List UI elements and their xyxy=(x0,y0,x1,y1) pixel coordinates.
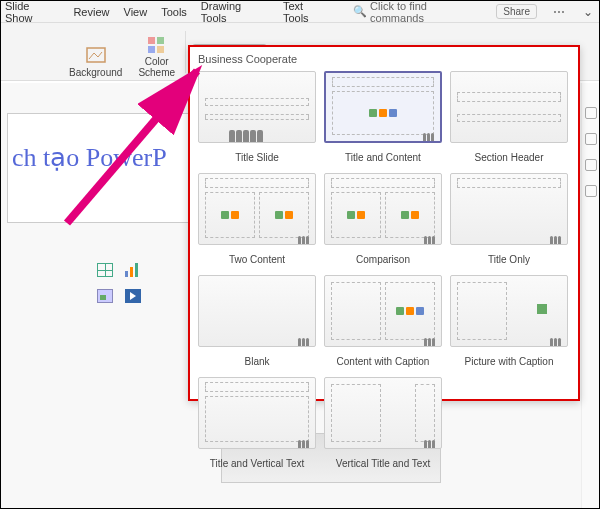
rail-icon-3[interactable] xyxy=(585,159,597,171)
layout-picture-with-caption[interactable]: Picture with Caption xyxy=(448,275,570,373)
insert-video-icon[interactable] xyxy=(125,289,141,303)
svg-rect-1 xyxy=(148,37,155,44)
layout-label-7: Content with Caption xyxy=(337,349,430,373)
menu-view[interactable]: View xyxy=(124,6,148,18)
command-finder[interactable]: 🔍 Click to find commands xyxy=(353,0,482,24)
color-scheme-icon xyxy=(147,36,167,54)
layout-title-and-content[interactable]: Title and Content xyxy=(322,71,444,169)
layout-label-2: Section Header xyxy=(475,145,544,169)
annotation-arrow xyxy=(47,63,227,245)
search-icon: 🔍 xyxy=(353,5,367,18)
layout-label-8: Picture with Caption xyxy=(465,349,554,373)
layout-comparison[interactable]: Comparison xyxy=(322,173,444,271)
menu-bar: Slide Show Review View Tools Drawing Too… xyxy=(1,1,599,23)
side-rail xyxy=(581,83,599,508)
layout-label-10: Vertical Title and Text xyxy=(336,451,430,475)
share-button[interactable]: Share xyxy=(496,4,537,19)
layout-label-1: Title and Content xyxy=(345,145,421,169)
svg-rect-3 xyxy=(148,46,155,53)
menu-slide-show[interactable]: Slide Show xyxy=(5,0,59,24)
svg-rect-2 xyxy=(157,37,164,44)
rail-icon-2[interactable] xyxy=(585,133,597,145)
menu-tools[interactable]: Tools xyxy=(161,6,187,18)
layout-label-0: Title Slide xyxy=(235,145,279,169)
menu-review[interactable]: Review xyxy=(73,6,109,18)
layout-label-5: Title Only xyxy=(488,247,530,271)
more-icon[interactable]: ⋯ xyxy=(551,5,567,19)
layout-section-header[interactable]: Section Header xyxy=(448,71,570,169)
layout-label-4: Comparison xyxy=(356,247,410,271)
insert-chart-icon[interactable] xyxy=(125,263,141,277)
content-placeholder-icons xyxy=(97,263,141,303)
rail-icon-4[interactable] xyxy=(585,185,597,197)
layout-title-and-vertical-text[interactable]: Title and Vertical Text xyxy=(196,377,318,475)
rail-icon-1[interactable] xyxy=(585,107,597,119)
layout-label-9: Title and Vertical Text xyxy=(210,451,305,475)
svg-rect-4 xyxy=(157,46,164,53)
insert-picture-icon[interactable] xyxy=(97,289,113,303)
background-icon xyxy=(86,47,106,65)
layout-label-3: Two Content xyxy=(229,247,285,271)
command-finder-text: Click to find commands xyxy=(370,0,482,24)
collapse-ribbon-icon[interactable]: ⌄ xyxy=(581,5,595,19)
insert-table-icon[interactable] xyxy=(97,263,113,277)
layout-content-with-caption[interactable]: Content with Caption xyxy=(322,275,444,373)
menu-drawing-tools[interactable]: Drawing Tools xyxy=(201,0,269,24)
layout-grid: Title Slide Title and Content Section He… xyxy=(196,71,572,475)
layout-title-only[interactable]: Title Only xyxy=(448,173,570,271)
layout-panel-heading: Business Cooperate xyxy=(196,51,572,71)
layout-dropdown-panel: Business Cooperate Title Slide Title and… xyxy=(188,45,580,401)
svg-line-12 xyxy=(67,71,197,223)
layout-blank[interactable]: Blank xyxy=(196,275,318,373)
layout-vertical-title-and-text[interactable]: Vertical Title and Text xyxy=(322,377,444,475)
menu-text-tools[interactable]: Text Tools xyxy=(283,0,331,24)
layout-label-6: Blank xyxy=(244,349,269,373)
